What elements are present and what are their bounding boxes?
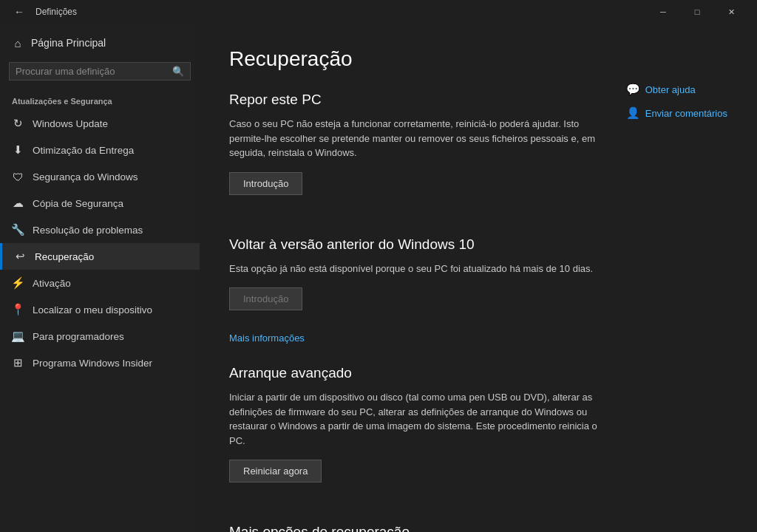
insider-icon: ⊞ xyxy=(12,357,24,369)
search-icon[interactable]: 🔍 xyxy=(172,66,184,77)
sidebar-item-label: Resolução de problemas xyxy=(33,225,143,236)
sidebar-item-label: Ativação xyxy=(33,278,71,289)
sidebar-item-recovery[interactable]: ↩ Recuperação xyxy=(0,243,200,270)
window: ← Definições ─ □ ✕ ⌂ Página Principal 🔍 … xyxy=(0,0,757,532)
maximize-button[interactable]: □ xyxy=(680,0,714,24)
sidebar-item-label: Otimização da Entrega xyxy=(33,145,134,156)
backup-icon: ☁ xyxy=(12,197,24,209)
close-button[interactable]: ✕ xyxy=(714,0,748,24)
sidebar-item-find-device[interactable]: 📍 Localizar o meu dispositivo xyxy=(0,296,200,323)
feedback-label: Enviar comentários xyxy=(645,108,727,119)
get-help-link[interactable]: 💬 Obter ajuda xyxy=(626,83,727,96)
sidebar-item-insider[interactable]: ⊞ Programa Windows Insider xyxy=(0,349,200,376)
sidebar-item-home[interactable]: ⌂ Página Principal xyxy=(0,30,200,56)
sidebar-item-label: Programa Windows Insider xyxy=(33,358,152,369)
sidebar-item-activation[interactable]: ⚡ Ativação xyxy=(0,270,200,296)
titlebar: ← Definições ─ □ ✕ xyxy=(0,0,757,24)
home-label: Página Principal xyxy=(31,37,106,49)
activation-icon: ⚡ xyxy=(12,277,24,289)
sidebar-item-security[interactable]: 🛡 Segurança do Windows xyxy=(0,163,200,190)
advanced-startup-title: Arranque avançado xyxy=(229,365,727,381)
sidebar-item-label: Windows Update xyxy=(33,118,108,129)
sidebar-item-backup[interactable]: ☁ Cópia de Segurança xyxy=(0,190,200,216)
section-more-options: Mais opções de recuperação Descubra como… xyxy=(229,524,727,532)
sidebar: ⌂ Página Principal 🔍 Atualizações e Segu… xyxy=(0,24,200,532)
advanced-startup-desc: Iniciar a partir de um dispositivo ou di… xyxy=(229,390,599,448)
security-icon: 🛡 xyxy=(12,171,24,183)
section-advanced-startup: Arranque avançado Iniciar a partir de um… xyxy=(229,365,727,503)
sidebar-item-label: Para programadores xyxy=(33,331,124,342)
go-back-title: Voltar à versão anterior do Windows 10 xyxy=(229,236,727,253)
feedback-icon: 👤 xyxy=(626,106,639,120)
window-controls: ─ □ ✕ xyxy=(646,0,748,24)
find-device-icon: 📍 xyxy=(12,304,24,316)
search-input[interactable] xyxy=(16,66,168,77)
minimize-button[interactable]: ─ xyxy=(646,0,680,24)
right-panel: 💬 Obter ajuda 👤 Enviar comentários xyxy=(626,83,727,120)
sidebar-item-developers[interactable]: 💻 Para programadores xyxy=(0,323,200,349)
sidebar-item-label: Recuperação xyxy=(35,251,94,262)
reset-pc-btn[interactable]: Introdução xyxy=(229,172,302,195)
sidebar-item-windows-update[interactable]: ↻ Windows Update xyxy=(0,110,200,137)
recovery-icon: ↩ xyxy=(14,250,26,262)
get-help-icon: 💬 xyxy=(626,83,639,96)
page-title: Recuperação xyxy=(229,47,727,71)
go-back-desc: Esta opção já não está disponível porque… xyxy=(229,262,599,276)
back-button[interactable]: ← xyxy=(9,1,30,22)
windows-update-icon: ↻ xyxy=(12,117,24,129)
main-content: ⌂ Página Principal 🔍 Atualizações e Segu… xyxy=(0,24,757,532)
troubleshoot-icon: 🔧 xyxy=(12,224,24,236)
search-box[interactable]: 🔍 xyxy=(9,62,191,81)
more-options-title: Mais opções de recuperação xyxy=(229,524,727,532)
sidebar-item-label: Cópia de Segurança xyxy=(33,198,123,209)
sidebar-item-label: Localizar o meu dispositivo xyxy=(33,304,152,316)
window-title: Definições xyxy=(35,7,646,17)
sidebar-item-troubleshoot[interactable]: 🔧 Resolução de problemas xyxy=(0,216,200,243)
sidebar-item-label: Segurança do Windows xyxy=(33,171,138,183)
feedback-link[interactable]: 👤 Enviar comentários xyxy=(626,106,727,120)
section-go-back: Voltar à versão anterior do Windows 10 E… xyxy=(229,236,727,345)
developers-icon: 💻 xyxy=(12,330,24,342)
reset-pc-desc: Caso o seu PC não esteja a funcionar cor… xyxy=(229,117,599,160)
restart-now-btn[interactable]: Reiniciar agora xyxy=(229,460,322,482)
get-help-label: Obter ajuda xyxy=(645,84,696,95)
go-back-more-info-link[interactable]: Mais informações xyxy=(229,332,305,344)
content-area: Recuperação 💬 Obter ajuda 👤 Enviar comen… xyxy=(200,24,757,532)
home-icon: ⌂ xyxy=(12,37,24,49)
go-back-btn[interactable]: Introdução xyxy=(229,287,302,310)
delivery-opt-icon: ⬇ xyxy=(12,144,24,156)
sidebar-section-header: Atualizações e Segurança xyxy=(0,86,200,110)
sidebar-item-delivery-opt[interactable]: ⬇ Otimização da Entrega xyxy=(0,137,200,163)
